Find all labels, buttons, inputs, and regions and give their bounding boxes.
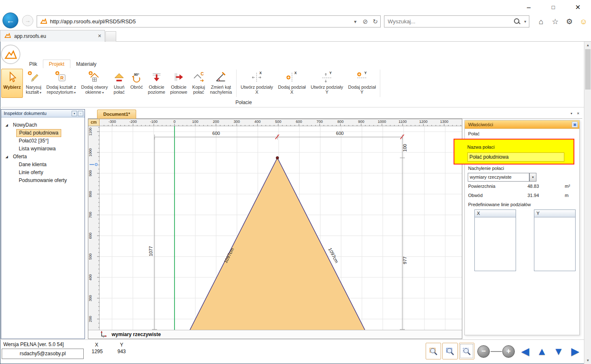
- tab-favicon-icon: [5, 33, 11, 39]
- svg-text:y: y: [103, 336, 104, 338]
- area-label: Powierzchnia: [468, 184, 495, 189]
- tree-item-polac02[interactable]: Połać02 [35°]: [1, 137, 85, 145]
- select-tool-button[interactable]: Wybierz: [1, 69, 23, 98]
- add-windows-button[interactable]: Dodaj otworyokienne▾: [79, 69, 110, 98]
- search-input[interactable]: [384, 18, 512, 25]
- add-shape-repository-button[interactable]: R Dodaj kształt zrepozytorium▾: [44, 69, 78, 98]
- draw-shape-button[interactable]: Narysujkształt▾: [24, 69, 43, 98]
- add-division-y-button[interactable]: Y Dodaj podziałY: [346, 69, 378, 98]
- search-dropdown-icon[interactable]: ▾: [521, 19, 529, 24]
- divisions-x-listbox[interactable]: X: [474, 209, 516, 271]
- dropdown-caret-icon: ▾: [40, 91, 41, 95]
- panel-window-icon[interactable]: ▣: [572, 122, 578, 127]
- mirror-vertical-button[interactable]: Odbiciepionowe: [168, 69, 190, 98]
- divisions-y-listbox[interactable]: Y: [534, 209, 576, 271]
- selected-tree-label[interactable]: Połać południowa: [16, 129, 61, 137]
- ribbon-tab-plik[interactable]: Plik: [23, 60, 43, 68]
- zoom-extents-button[interactable]: [426, 343, 441, 359]
- svg-text:400: 400: [254, 120, 261, 124]
- tree-item-podsumowanie-oferty[interactable]: Podsumowanie oferty: [1, 177, 85, 184]
- tree-item-oferta[interactable]: ◢Oferta: [1, 153, 85, 161]
- home-icon[interactable]: ⌂: [534, 16, 548, 27]
- ribbon-separator: [236, 70, 237, 97]
- ribbon-tab-projekt[interactable]: Projekt: [43, 60, 70, 68]
- tree-item-dane-klienta[interactable]: Dane klienta: [1, 161, 85, 169]
- pan-left-icon[interactable]: ◀: [519, 345, 532, 358]
- cursor-icon: [3, 70, 21, 85]
- add-division-x-button[interactable]: X Dodaj podziałX: [276, 69, 308, 98]
- tree-item-polac-poludniowa[interactable]: Połać południowa: [1, 129, 85, 137]
- back-button[interactable]: ←: [2, 12, 18, 28]
- svg-text:300: 300: [88, 295, 92, 301]
- window-minimize-button[interactable]: –: [519, 0, 538, 15]
- unit-mode-caret-icon[interactable]: ▾: [529, 173, 536, 182]
- pan-down-icon[interactable]: ▼: [552, 345, 565, 358]
- ribbon-tab-materialy[interactable]: Materiały: [70, 60, 102, 68]
- area-value: 48.83: [514, 184, 539, 189]
- document-close-icon[interactable]: ✕: [575, 111, 581, 117]
- mirror-horizontal-button[interactable]: Odbiciepoziome: [146, 69, 167, 98]
- zoom-in-button[interactable]: +: [502, 345, 515, 358]
- pan-up-icon[interactable]: ▲: [535, 345, 549, 358]
- scroll-up-icon[interactable]: ▲: [584, 42, 591, 49]
- properties-title: Właściwości: [468, 122, 572, 127]
- scroll-down-icon[interactable]: ▼: [584, 357, 591, 364]
- svg-text:X: X: [259, 71, 262, 75]
- window-close-button[interactable]: ✕: [569, 0, 587, 15]
- ridge-point[interactable]: [276, 157, 279, 159]
- document-list-caret-icon[interactable]: ▾: [569, 111, 574, 117]
- tree-item-linie-oferty[interactable]: Linie oferty: [1, 169, 85, 177]
- window-maximize-button[interactable]: □: [544, 0, 563, 15]
- properties-subtitle: Połać: [465, 129, 579, 136]
- tree-item-nowydach[interactable]: ◢NowyDach: [1, 121, 85, 129]
- divisions-x-icon: X: [241, 70, 273, 85]
- svg-text:1200: 1200: [419, 120, 428, 124]
- svg-text:200: 200: [213, 120, 219, 124]
- favorites-icon[interactable]: ☆: [549, 16, 562, 27]
- feedback-smiley-icon[interactable]: ☺: [577, 16, 590, 27]
- copy-slope-button[interactable]: C Kopiujpołać: [190, 69, 207, 98]
- zoom-window-button[interactable]: [459, 343, 474, 359]
- document-tab[interactable]: Document1*: [97, 110, 136, 119]
- change-slope-angle-button[interactable]: Zmień kątnachylenia: [208, 69, 234, 98]
- dimension-mode-label: wymiary rzeczywiste: [112, 332, 161, 337]
- tree-item-lista-wymiarowa[interactable]: Lista wymiarowa: [1, 145, 85, 153]
- panel-pin-icon[interactable]: ▫: [78, 111, 83, 116]
- divisions-y-header[interactable]: Y: [534, 210, 575, 217]
- rotate-button[interactable]: 90° Obróć: [128, 69, 145, 98]
- svg-text:1300: 1300: [440, 120, 448, 124]
- app-logo: [1, 45, 20, 64]
- browser-tab[interactable]: app.rsroofs.eu ✕: [0, 30, 105, 42]
- divisions-x-header[interactable]: X: [475, 210, 516, 217]
- tree-expander-icon[interactable]: ◢: [5, 153, 8, 161]
- svg-text:300: 300: [234, 120, 240, 124]
- create-divisions-x-button[interactable]: X Utwórz podziałyX: [239, 69, 275, 98]
- zoom-selection-button[interactable]: [442, 343, 458, 359]
- slope-name-input[interactable]: [467, 152, 564, 162]
- drawing-surface[interactable]: 600 600 1077 100 977 1097cm 1097cm: [100, 126, 462, 330]
- stop-icon[interactable]: ⊘: [360, 18, 370, 25]
- url-text[interactable]: http://app.rsroofs.eu/pl/RSD5/RSD5: [50, 18, 350, 25]
- svg-text:1100: 1100: [399, 120, 406, 124]
- delete-slope-button[interactable]: Usuńpołać: [111, 69, 127, 98]
- svg-text:500: 500: [88, 253, 92, 259]
- panel-menu-icon[interactable]: ▾: [72, 111, 77, 116]
- pan-right-icon[interactable]: ▶: [569, 345, 582, 358]
- unit-mode-select[interactable]: wymiary rzeczywiste: [468, 173, 529, 182]
- horizontal-ruler: -300-200-1000100200300400500600700800900…: [100, 119, 462, 126]
- ribbon-separator: [380, 70, 380, 97]
- settings-gear-icon[interactable]: ⚙: [563, 16, 576, 27]
- forward-button[interactable]: →: [22, 15, 33, 26]
- search-box[interactable]: ▾: [384, 15, 529, 27]
- window-scrollbar[interactable]: ▲ ▼: [584, 42, 591, 364]
- tree-expander-icon[interactable]: ◢: [5, 121, 8, 129]
- zoom-out-button[interactable]: −: [477, 345, 490, 358]
- new-tab-button[interactable]: [105, 31, 116, 42]
- search-icon[interactable]: [512, 17, 521, 26]
- address-dropdown-icon[interactable]: ▾: [350, 19, 360, 25]
- refresh-icon[interactable]: ↻: [370, 18, 380, 25]
- scrollbar-thumb[interactable]: [585, 49, 591, 90]
- create-divisions-y-button[interactable]: Y Utwórz podziałyY: [309, 69, 345, 98]
- tab-close-icon[interactable]: ✕: [95, 33, 105, 39]
- address-bar[interactable]: http://app.rsroofs.eu/pl/RSD5/RSD5 ▾ ⊘ ↻: [37, 15, 381, 27]
